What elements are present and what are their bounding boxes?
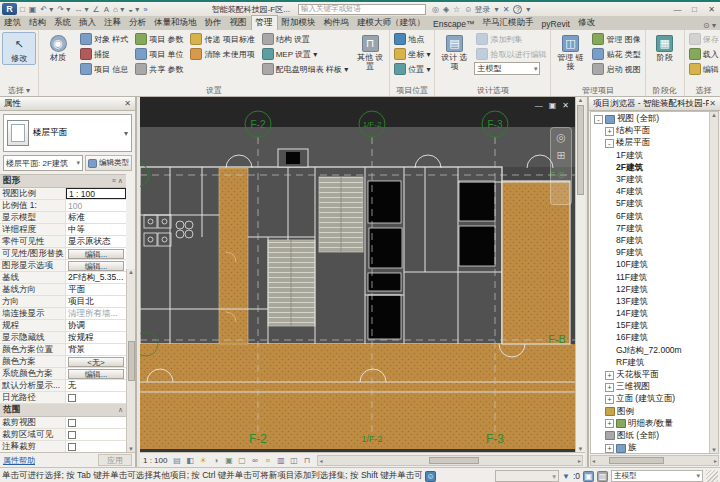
favorites-icon[interactable]: ☆ (453, 5, 460, 14)
shadows-icon[interactable]: ◑ (210, 455, 221, 466)
additional-settings-button[interactable]: ⊓其他 设置 (353, 32, 387, 71)
canvas-vscroll-thumb[interactable] (577, 105, 584, 195)
ribbon-options-icon[interactable]: ⊙ ▾ (703, 21, 720, 30)
view-close-icon[interactable]: ✕ (562, 101, 569, 110)
design-options-button[interactable]: ▤设计 选项 (437, 32, 471, 71)
property-checkbox[interactable] (68, 419, 76, 427)
position-button[interactable]: 位置 ▾ (392, 62, 432, 76)
open-icon[interactable]: □ (20, 5, 25, 14)
maximize-icon[interactable]: □ (686, 5, 703, 14)
property-edit-button[interactable]: 编辑... (68, 261, 124, 271)
measure-icon[interactable]: ↔ ▾ (74, 5, 88, 14)
browser-scroll-up-icon[interactable]: ▲ (711, 112, 717, 118)
browser-close-icon[interactable]: ✕ (709, 99, 716, 108)
view-restore-icon[interactable]: ▣ (549, 101, 557, 110)
navigation-bar[interactable]: ◎⊞ (550, 127, 572, 205)
main-model-combo[interactable]: 主模型▾ (474, 62, 540, 75)
sun-path-icon[interactable]: ☀ (197, 455, 208, 466)
tree-item-23[interactable]: +立面 (建筑立面) (591, 393, 709, 405)
starting-view-button[interactable]: 启动 视图 (590, 62, 642, 76)
panel-schedule-templates-button[interactable]: 配电盘明细表 样板 ▾ (260, 62, 350, 76)
selection-load-button[interactable]: 载入 (687, 47, 720, 61)
tree-item-5[interactable]: 3F建筑 (591, 174, 709, 186)
property-value[interactable]: 显示原状态 (66, 236, 126, 247)
manage-links-button[interactable]: ◫管理 链接 (553, 32, 587, 71)
tree-item-13[interactable]: 11F建筑 (591, 271, 709, 283)
property-value[interactable]: 平面 (66, 284, 126, 295)
view-minimize-icon[interactable]: — (535, 101, 543, 110)
property-value[interactable]: 编辑... (66, 368, 126, 379)
tree-item-18[interactable]: 16F建筑 (591, 332, 709, 344)
hide-analytical-model-icon[interactable]: ◫ (288, 455, 299, 466)
property-value[interactable]: <无> (66, 356, 126, 367)
property-value[interactable] (66, 417, 126, 428)
ribbon-tab-16[interactable]: 修改 (574, 16, 599, 30)
canvas-hscroll-thumb[interactable] (429, 457, 479, 464)
help-dropdown-icon[interactable]: ▾ (526, 5, 530, 14)
tree-item-17[interactable]: 15F建筑 (591, 320, 709, 332)
property-value[interactable]: 2F结构_5.35... (66, 272, 126, 283)
expand-icon[interactable]: + (605, 371, 614, 380)
manage-images-button[interactable]: 管理 图像 (590, 32, 642, 46)
materials-button[interactable]: ◉材质 (41, 32, 75, 63)
tree-item-6[interactable]: 4F建筑 (591, 186, 709, 198)
property-value[interactable]: 清理所有墙... (66, 308, 126, 319)
collapse-icon[interactable]: - (594, 115, 603, 124)
tree-item-16[interactable]: 14F建筑 (591, 308, 709, 320)
ribbon-tab-9[interactable]: 管理 (251, 15, 278, 30)
redo-icon[interactable]: ↷ ▾ (57, 5, 70, 14)
ribbon-tab-14[interactable]: 毕马汇模助手 (479, 16, 538, 30)
aligned-dimension-icon[interactable]: ∠ (93, 5, 100, 14)
browser-vertical-scrollbar[interactable]: ▲ ▼ (709, 112, 718, 453)
mep-settings-button[interactable]: MEP 设置 ▾ (260, 47, 350, 61)
expand-icon[interactable]: + (605, 444, 614, 453)
selection-edit-button[interactable]: 编辑 (687, 62, 720, 76)
tree-item-8[interactable]: 6F建筑 (591, 211, 709, 223)
location-button[interactable]: 地点 (392, 32, 432, 46)
tree-item-7[interactable]: 5F建筑 (591, 198, 709, 210)
property-value[interactable] (66, 392, 126, 403)
property-value[interactable]: 协调 (66, 320, 126, 331)
temporary-view-properties-icon[interactable]: ▥ (275, 455, 286, 466)
canvas-scroll-left-icon[interactable]: ◂ (319, 457, 322, 464)
structural-settings-button[interactable]: 结构 设置 (260, 32, 350, 46)
ribbon-tab-10[interactable]: 附加模块 (278, 16, 320, 30)
canvas-horizontal-scrollbar[interactable]: ◂ ▸ (317, 455, 583, 466)
browser-horizontal-scrollbar[interactable]: ◂ ▸ (590, 455, 719, 466)
selection-save-button[interactable]: 保存 (687, 32, 720, 46)
property-value[interactable]: 100 (66, 200, 126, 211)
collapse-icon[interactable]: - (605, 139, 614, 148)
properties-help-link[interactable]: 属性帮助 (3, 455, 35, 466)
property-value[interactable]: 中等 (66, 224, 126, 235)
section-icon[interactable]: ◒ ▾ (128, 5, 139, 14)
type-selector-dropdown-icon[interactable]: ▾ (124, 129, 128, 138)
visual-style-icon[interactable]: ◧ (184, 455, 195, 466)
zoom-control-icon[interactable]: ⊞ (556, 149, 565, 162)
communication-center-icon[interactable]: ◈ (443, 5, 449, 14)
scroll-thumb[interactable] (128, 341, 135, 381)
project-parameters-button[interactable]: 项目 参数 (133, 32, 185, 46)
edit-type-button[interactable]: 编辑类型 (85, 155, 132, 171)
instance-combo[interactable]: 楼层平面: 2F建筑 ▾ (3, 155, 83, 171)
tree-item-25[interactable]: +明细表/数量 (591, 418, 709, 430)
crop-region-icon[interactable]: ▢ (236, 455, 247, 466)
section-pin-icon[interactable]: ≡ ∧ (112, 177, 123, 185)
property-checkbox[interactable] (68, 443, 76, 451)
project-units-button[interactable]: 项目 单位 (133, 47, 185, 61)
expand-icon[interactable]: + (605, 395, 614, 404)
signin-dropdown-icon[interactable]: ▾ (495, 5, 499, 14)
property-checkbox[interactable] (68, 394, 76, 402)
add-to-set-button[interactable]: 添加到集 (474, 32, 548, 46)
browser-scroll-down-icon[interactable]: ▼ (711, 447, 717, 453)
property-value[interactable] (66, 429, 126, 440)
text-icon[interactable]: A (104, 5, 109, 14)
snaps-button[interactable]: 捕捉 (78, 47, 130, 61)
ribbon-tab-5[interactable]: 分析 (125, 16, 150, 30)
ribbon-tab-12[interactable]: 建模大师（建筑） (353, 16, 429, 30)
filter-icon[interactable]: ▼ (562, 472, 570, 481)
tree-item-21[interactable]: +天花板平面 (591, 369, 709, 381)
ribbon-tab-13[interactable]: Enscape™ (429, 18, 479, 30)
expand-icon[interactable]: + (605, 419, 614, 428)
properties-close-icon[interactable]: ✕ (124, 99, 131, 108)
ribbon-tab-7[interactable]: 协作 (201, 16, 226, 30)
